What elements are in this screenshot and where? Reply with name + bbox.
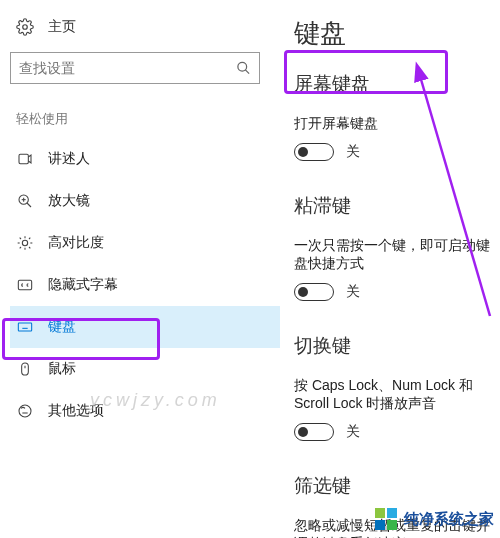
section-heading: 切换键 xyxy=(294,333,500,359)
section-desc: 按 Caps Lock、Num Lock 和 Scroll Lock 时播放声音 xyxy=(294,377,500,413)
sidebar-item-label: 高对比度 xyxy=(48,234,104,252)
search-icon xyxy=(236,61,251,76)
captions-icon xyxy=(16,277,34,293)
section-sticky-keys: 粘滞键 一次只需按一个键，即可启动键盘快捷方式 关 xyxy=(294,193,500,301)
sidebar-item-label: 讲述人 xyxy=(48,150,90,168)
footer-logo: 纯净系统之家 xyxy=(375,508,494,530)
sidebar-item-contrast[interactable]: 高对比度 xyxy=(10,222,280,264)
toggle-state: 关 xyxy=(346,423,360,441)
category-header: 轻松使用 xyxy=(10,104,280,138)
section-desc: 一次只需按一个键，即可启动键盘快捷方式 xyxy=(294,237,500,273)
svg-line-5 xyxy=(27,203,31,207)
toggle-onscreen-keyboard[interactable] xyxy=(294,143,334,161)
section-onscreen-keyboard: 屏幕键盘 打开屏幕键盘 关 xyxy=(294,71,500,161)
svg-point-26 xyxy=(19,405,31,417)
section-heading: 粘滞键 xyxy=(294,193,500,219)
narrator-icon xyxy=(16,151,34,167)
mouse-icon xyxy=(16,361,34,377)
svg-rect-18 xyxy=(18,323,31,331)
svg-line-15 xyxy=(20,247,21,248)
gear-icon xyxy=(16,18,34,36)
sidebar-item-narrator[interactable]: 讲述人 xyxy=(10,138,280,180)
toggle-state: 关 xyxy=(346,143,360,161)
home-label: 主页 xyxy=(48,18,76,36)
svg-rect-24 xyxy=(22,363,29,375)
logo-icon xyxy=(375,508,397,530)
footer-text: 纯净系统之家 xyxy=(404,510,494,529)
sidebar-item-magnifier[interactable]: 放大镜 xyxy=(10,180,280,222)
page-title: 键盘 xyxy=(294,16,500,51)
other-icon xyxy=(16,403,34,419)
sidebar-item-mouse[interactable]: 鼠标 xyxy=(10,348,280,390)
magnifier-icon xyxy=(16,193,34,209)
section-desc: 打开屏幕键盘 xyxy=(294,115,500,133)
home-row[interactable]: 主页 xyxy=(10,10,280,52)
sidebar-item-label: 键盘 xyxy=(48,318,76,336)
svg-point-0 xyxy=(23,25,28,30)
sidebar-item-label: 隐藏式字幕 xyxy=(48,276,118,294)
sidebar-item-keyboard[interactable]: 键盘 xyxy=(10,306,280,348)
sidebar-item-captions[interactable]: 隐藏式字幕 xyxy=(10,264,280,306)
svg-line-2 xyxy=(245,70,249,74)
svg-line-14 xyxy=(29,247,30,248)
toggle-sticky-keys[interactable] xyxy=(294,283,334,301)
svg-point-8 xyxy=(22,240,27,245)
sidebar-item-label: 其他选项 xyxy=(48,402,104,420)
toggle-toggle-keys[interactable] xyxy=(294,423,334,441)
sidebar-item-label: 放大镜 xyxy=(48,192,90,210)
keyboard-icon xyxy=(16,319,34,335)
toggle-state: 关 xyxy=(346,283,360,301)
search-input-wrap[interactable] xyxy=(10,52,260,84)
section-toggle-keys: 切换键 按 Caps Lock、Num Lock 和 Scroll Lock 时… xyxy=(294,333,500,441)
svg-line-13 xyxy=(20,238,21,239)
contrast-icon xyxy=(16,235,34,251)
sidebar-item-label: 鼠标 xyxy=(48,360,76,378)
svg-line-16 xyxy=(29,238,30,239)
svg-rect-3 xyxy=(19,154,28,163)
svg-rect-17 xyxy=(18,280,31,289)
svg-point-1 xyxy=(238,62,247,71)
section-heading: 筛选键 xyxy=(294,473,500,499)
sidebar-item-other[interactable]: 其他选项 xyxy=(10,390,280,432)
section-heading: 屏幕键盘 xyxy=(294,71,500,97)
search-input[interactable] xyxy=(11,53,259,83)
